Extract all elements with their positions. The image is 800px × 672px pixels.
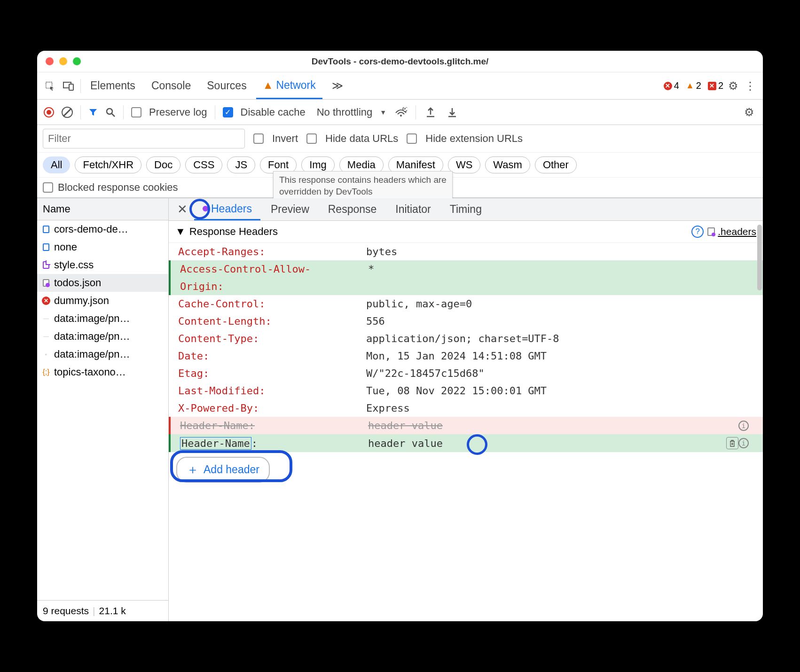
header-value: header value	[368, 438, 723, 449]
add-header-button[interactable]: ＋ Add header	[176, 457, 270, 483]
request-row[interactable]: —data:image/pn…	[37, 310, 168, 328]
request-row[interactable]: todos.json	[37, 274, 168, 292]
stylesheet-icon	[42, 261, 50, 269]
help-icon[interactable]: ?	[691, 226, 704, 238]
export-har-icon[interactable]	[424, 105, 438, 119]
window-close[interactable]	[46, 57, 54, 65]
inspect-icon[interactable]	[43, 79, 57, 93]
type-filter-doc[interactable]: Doc	[146, 156, 180, 173]
header-name: Access-Control-Allow-	[180, 263, 368, 275]
type-filter-js[interactable]: JS	[227, 156, 255, 173]
document-icon	[42, 243, 50, 251]
request-name: data:image/pn…	[54, 330, 130, 343]
issues-badge[interactable]: ✕2	[708, 80, 723, 91]
request-row[interactable]: —data:image/pn…	[37, 328, 168, 345]
filter-row: Invert Hide data URLs Hide extension URL…	[37, 125, 763, 153]
requests-column: Name cors-demo-de…nonestyle.csstodos.jso…	[37, 198, 169, 621]
tab-sources[interactable]: Sources	[200, 72, 253, 99]
header-value: header value	[368, 420, 738, 431]
header-name: Header-Name:	[180, 420, 368, 431]
detail-tab-headers[interactable]: Headers	[194, 198, 260, 220]
header-row[interactable]: Header-Name:header valuei	[169, 434, 763, 452]
transfer-size: 21.1 k	[99, 605, 126, 617]
name-column-header[interactable]: Name	[37, 198, 168, 220]
info-icon[interactable]: i	[738, 421, 749, 431]
request-row[interactable]: none	[37, 238, 168, 256]
network-settings-icon[interactable]: ⚙	[742, 105, 756, 119]
svg-rect-2	[69, 84, 73, 90]
scrollbar[interactable]	[757, 225, 762, 290]
filter-input[interactable]	[43, 129, 245, 148]
override-indicator-icon	[203, 206, 208, 211]
info-icon[interactable]: i	[738, 438, 749, 448]
type-filter-other[interactable]: Other	[535, 156, 577, 173]
errors-badge[interactable]: ✕4	[664, 80, 679, 91]
header-name: Content-Type:	[178, 333, 366, 344]
type-filter-ws[interactable]: WS	[448, 156, 480, 173]
invert-checkbox[interactable]	[253, 133, 264, 144]
request-name: todos.json	[54, 277, 101, 289]
detail-tab-response[interactable]: Response	[320, 198, 385, 220]
detail-tab-preview[interactable]: Preview	[262, 198, 318, 220]
panel-tabbar: Elements Console Sources ▲ Network ≫ ✕4 …	[37, 72, 763, 100]
header-value: *	[368, 263, 753, 275]
detail-tab-timing[interactable]: Timing	[441, 198, 490, 220]
request-row[interactable]: style.css	[37, 256, 168, 274]
network-toolbar: Preserve log ✓ Disable cache No throttli…	[37, 100, 763, 125]
blocked-cookies-checkbox[interactable]	[43, 182, 53, 193]
filter-icon[interactable]	[88, 108, 98, 117]
request-name: dummy.json	[54, 295, 109, 307]
delete-icon[interactable]	[726, 437, 738, 449]
hide-data-urls-checkbox[interactable]	[306, 133, 317, 144]
close-detail-icon[interactable]: ✕	[173, 202, 192, 217]
tab-elements[interactable]: Elements	[84, 72, 142, 99]
request-name: style.css	[54, 259, 94, 271]
request-row[interactable]: cors-demo-de…	[37, 220, 168, 238]
type-filter-wasm[interactable]: Wasm	[485, 156, 530, 173]
issue-icon: ✕	[708, 82, 716, 90]
preserve-log-checkbox[interactable]	[131, 107, 141, 117]
warnings-badge[interactable]: ▲2	[686, 80, 701, 91]
request-row[interactable]: ✕dummy.json	[37, 292, 168, 310]
header-value: Tue, 08 Nov 2022 15:00:01 GMT	[366, 385, 753, 397]
header-row: Header-Name:header valuei	[169, 417, 763, 434]
json-override-icon	[42, 279, 50, 287]
request-row[interactable]: {;}topics-taxono…	[37, 363, 168, 381]
tab-more[interactable]: ≫	[325, 72, 350, 99]
search-icon[interactable]	[105, 107, 116, 117]
detail-tab-initiator[interactable]: Initiator	[387, 198, 439, 220]
request-row[interactable]: ▫data:image/pn…	[37, 345, 168, 363]
clear-button[interactable]	[62, 107, 73, 118]
settings-icon[interactable]: ⚙	[726, 79, 740, 93]
chevron-down-icon[interactable]: ▼	[380, 109, 386, 116]
type-filter-fetch-xhr[interactable]: Fetch/XHR	[75, 156, 141, 173]
warning-icon: ▲	[263, 79, 274, 92]
device-toolbar-icon[interactable]	[62, 79, 76, 93]
plus-icon: ＋	[187, 461, 199, 478]
hide-extension-urls-checkbox[interactable]	[407, 133, 417, 144]
record-button[interactable]	[44, 107, 54, 117]
type-filter-all[interactable]: All	[43, 156, 70, 173]
svg-point-5	[400, 115, 402, 117]
response-headers-section[interactable]: ▼ Response Headers ? .headers	[169, 221, 763, 243]
more-menu-icon[interactable]: ⋮	[743, 79, 757, 93]
window-maximize[interactable]	[73, 57, 81, 65]
disable-cache-checkbox[interactable]: ✓	[223, 107, 233, 117]
request-name: data:image/pn…	[54, 348, 130, 360]
disclosure-triangle-icon: ▼	[175, 226, 186, 238]
header-row: Last-Modified:Tue, 08 Nov 2022 15:00:01 …	[169, 382, 763, 399]
type-filter-css[interactable]: CSS	[185, 156, 222, 173]
header-name[interactable]: Header-Name:	[180, 438, 368, 449]
request-count: 9 requests	[43, 605, 89, 617]
titlebar: DevTools - cors-demo-devtools.glitch.me/	[37, 51, 763, 72]
header-name: Origin:	[180, 281, 368, 292]
header-name: Cache-Control:	[178, 298, 366, 310]
window-minimize[interactable]	[59, 57, 67, 65]
headers-file-link[interactable]: .headers	[707, 226, 756, 237]
tab-network[interactable]: ▲ Network	[256, 72, 322, 99]
network-conditions-icon[interactable]	[394, 105, 408, 119]
import-har-icon[interactable]	[445, 105, 459, 119]
header-row: Content-Type:application/json; charset=U…	[169, 330, 763, 347]
tab-console[interactable]: Console	[145, 72, 197, 99]
throttling-select[interactable]: No throttling	[317, 106, 373, 118]
